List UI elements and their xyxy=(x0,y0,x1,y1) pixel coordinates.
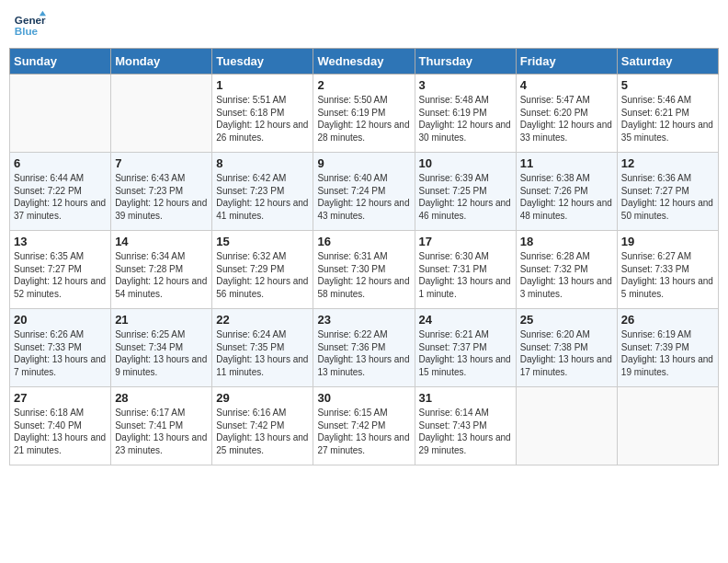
day-number: 22 xyxy=(216,313,309,327)
calendar-week-1: 1Sunrise: 5:51 AM Sunset: 6:18 PM Daylig… xyxy=(10,75,719,153)
calendar-cell: 13Sunrise: 6:35 AM Sunset: 7:27 PM Dayli… xyxy=(10,231,111,309)
cell-content: Sunrise: 6:36 AM Sunset: 7:27 PM Dayligh… xyxy=(621,172,714,222)
calendar-cell: 26Sunrise: 6:19 AM Sunset: 7:39 PM Dayli… xyxy=(617,309,718,387)
day-number: 20 xyxy=(14,313,107,327)
day-number: 11 xyxy=(520,156,613,170)
calendar-cell: 17Sunrise: 6:30 AM Sunset: 7:31 PM Dayli… xyxy=(415,231,516,309)
day-number: 2 xyxy=(317,78,410,92)
cell-content: Sunrise: 6:31 AM Sunset: 7:30 PM Dayligh… xyxy=(317,250,410,300)
cell-content: Sunrise: 6:28 AM Sunset: 7:32 PM Dayligh… xyxy=(520,250,613,300)
cell-content: Sunrise: 5:46 AM Sunset: 6:21 PM Dayligh… xyxy=(621,94,714,144)
cell-content: Sunrise: 5:51 AM Sunset: 6:18 PM Dayligh… xyxy=(216,94,309,144)
calendar-cell: 22Sunrise: 6:24 AM Sunset: 7:35 PM Dayli… xyxy=(212,309,313,387)
calendar-cell xyxy=(10,75,111,153)
calendar-cell: 7Sunrise: 6:43 AM Sunset: 7:23 PM Daylig… xyxy=(111,153,212,231)
day-number: 31 xyxy=(419,391,512,405)
cell-content: Sunrise: 6:25 AM Sunset: 7:34 PM Dayligh… xyxy=(115,328,208,378)
calendar-cell: 24Sunrise: 6:21 AM Sunset: 7:37 PM Dayli… xyxy=(415,309,516,387)
day-number: 8 xyxy=(216,156,309,170)
calendar-cell: 2Sunrise: 5:50 AM Sunset: 6:19 PM Daylig… xyxy=(313,75,415,153)
cell-content: Sunrise: 6:42 AM Sunset: 7:23 PM Dayligh… xyxy=(216,172,309,222)
calendar-cell: 12Sunrise: 6:36 AM Sunset: 7:27 PM Dayli… xyxy=(617,153,718,231)
day-number: 17 xyxy=(419,235,512,248)
calendar-cell: 31Sunrise: 6:14 AM Sunset: 7:43 PM Dayli… xyxy=(415,387,516,465)
day-number: 13 xyxy=(14,235,107,248)
calendar-cell: 9Sunrise: 6:40 AM Sunset: 7:24 PM Daylig… xyxy=(313,153,415,231)
calendar-cell: 10Sunrise: 6:39 AM Sunset: 7:25 PM Dayli… xyxy=(415,153,516,231)
day-number: 19 xyxy=(621,235,714,248)
calendar-cell: 19Sunrise: 6:27 AM Sunset: 7:33 PM Dayli… xyxy=(617,231,718,309)
weekday-header-monday: Monday xyxy=(111,49,212,75)
cell-content: Sunrise: 6:24 AM Sunset: 7:35 PM Dayligh… xyxy=(216,328,309,378)
cell-content: Sunrise: 6:30 AM Sunset: 7:31 PM Dayligh… xyxy=(419,250,512,300)
day-number: 26 xyxy=(621,313,714,327)
calendar-cell: 8Sunrise: 6:42 AM Sunset: 7:23 PM Daylig… xyxy=(212,153,313,231)
cell-content: Sunrise: 6:34 AM Sunset: 7:28 PM Dayligh… xyxy=(115,250,208,300)
calendar-cell: 1Sunrise: 5:51 AM Sunset: 6:18 PM Daylig… xyxy=(212,75,313,153)
weekday-header-tuesday: Tuesday xyxy=(212,49,313,75)
day-number: 27 xyxy=(14,391,107,405)
cell-content: Sunrise: 6:39 AM Sunset: 7:25 PM Dayligh… xyxy=(419,172,512,222)
cell-content: Sunrise: 6:43 AM Sunset: 7:23 PM Dayligh… xyxy=(115,172,208,222)
calendar-cell: 15Sunrise: 6:32 AM Sunset: 7:29 PM Dayli… xyxy=(212,231,313,309)
cell-content: Sunrise: 5:47 AM Sunset: 6:20 PM Dayligh… xyxy=(520,94,613,144)
day-number: 30 xyxy=(317,391,410,405)
day-number: 9 xyxy=(317,156,410,170)
calendar-cell: 4Sunrise: 5:47 AM Sunset: 6:20 PM Daylig… xyxy=(516,75,617,153)
calendar-cell: 20Sunrise: 6:26 AM Sunset: 7:33 PM Dayli… xyxy=(10,309,111,387)
calendar-week-4: 20Sunrise: 6:26 AM Sunset: 7:33 PM Dayli… xyxy=(10,309,719,387)
day-number: 4 xyxy=(520,78,613,92)
svg-text:Blue: Blue xyxy=(15,25,39,37)
cell-content: Sunrise: 6:19 AM Sunset: 7:39 PM Dayligh… xyxy=(621,328,714,378)
day-number: 21 xyxy=(115,313,208,327)
calendar-week-2: 6Sunrise: 6:44 AM Sunset: 7:22 PM Daylig… xyxy=(10,153,719,231)
day-number: 28 xyxy=(115,391,208,405)
calendar-cell: 27Sunrise: 6:18 AM Sunset: 7:40 PM Dayli… xyxy=(10,387,111,465)
calendar-cell: 30Sunrise: 6:15 AM Sunset: 7:42 PM Dayli… xyxy=(313,387,415,465)
day-number: 15 xyxy=(216,235,309,248)
calendar-cell: 14Sunrise: 6:34 AM Sunset: 7:28 PM Dayli… xyxy=(111,231,212,309)
cell-content: Sunrise: 6:22 AM Sunset: 7:36 PM Dayligh… xyxy=(317,328,410,378)
cell-content: Sunrise: 6:21 AM Sunset: 7:37 PM Dayligh… xyxy=(419,328,512,378)
cell-content: Sunrise: 6:35 AM Sunset: 7:27 PM Dayligh… xyxy=(14,250,107,300)
cell-content: Sunrise: 5:48 AM Sunset: 6:19 PM Dayligh… xyxy=(419,94,512,144)
weekday-header-saturday: Saturday xyxy=(617,49,718,75)
cell-content: Sunrise: 6:14 AM Sunset: 7:43 PM Dayligh… xyxy=(419,407,512,456)
calendar-cell xyxy=(516,387,617,465)
calendar-cell: 3Sunrise: 5:48 AM Sunset: 6:19 PM Daylig… xyxy=(415,75,516,153)
cell-content: Sunrise: 6:40 AM Sunset: 7:24 PM Dayligh… xyxy=(317,172,410,222)
calendar-cell: 5Sunrise: 5:46 AM Sunset: 6:21 PM Daylig… xyxy=(617,75,718,153)
calendar-header: SundayMondayTuesdayWednesdayThursdayFrid… xyxy=(10,49,719,75)
day-number: 24 xyxy=(419,313,512,327)
calendar-table: SundayMondayTuesdayWednesdayThursdayFrid… xyxy=(9,48,719,465)
day-number: 18 xyxy=(520,235,613,248)
day-number: 1 xyxy=(216,78,309,92)
weekday-header-wednesday: Wednesday xyxy=(313,49,415,75)
day-number: 23 xyxy=(317,313,410,327)
cell-content: Sunrise: 6:32 AM Sunset: 7:29 PM Dayligh… xyxy=(216,250,309,300)
day-number: 12 xyxy=(621,156,714,170)
day-number: 10 xyxy=(419,156,512,170)
calendar-cell: 6Sunrise: 6:44 AM Sunset: 7:22 PM Daylig… xyxy=(10,153,111,231)
calendar-cell: 18Sunrise: 6:28 AM Sunset: 7:32 PM Dayli… xyxy=(516,231,617,309)
weekday-header-friday: Friday xyxy=(516,49,617,75)
cell-content: Sunrise: 6:16 AM Sunset: 7:42 PM Dayligh… xyxy=(216,407,309,456)
cell-content: Sunrise: 6:26 AM Sunset: 7:33 PM Dayligh… xyxy=(14,328,107,378)
cell-content: Sunrise: 6:17 AM Sunset: 7:41 PM Dayligh… xyxy=(115,407,208,456)
calendar-cell: 23Sunrise: 6:22 AM Sunset: 7:36 PM Dayli… xyxy=(313,309,415,387)
day-number: 7 xyxy=(115,156,208,170)
cell-content: Sunrise: 6:38 AM Sunset: 7:26 PM Dayligh… xyxy=(520,172,613,222)
cell-content: Sunrise: 6:18 AM Sunset: 7:40 PM Dayligh… xyxy=(14,407,107,456)
calendar-cell: 11Sunrise: 6:38 AM Sunset: 7:26 PM Dayli… xyxy=(516,153,617,231)
calendar-cell: 28Sunrise: 6:17 AM Sunset: 7:41 PM Dayli… xyxy=(111,387,212,465)
day-number: 6 xyxy=(14,156,107,170)
day-number: 3 xyxy=(419,78,512,92)
calendar-cell: 25Sunrise: 6:20 AM Sunset: 7:38 PM Dayli… xyxy=(516,309,617,387)
day-number: 16 xyxy=(317,235,410,248)
cell-content: Sunrise: 6:44 AM Sunset: 7:22 PM Dayligh… xyxy=(14,172,107,222)
day-number: 14 xyxy=(115,235,208,248)
calendar-body: 1Sunrise: 5:51 AM Sunset: 6:18 PM Daylig… xyxy=(10,75,719,465)
header-row: SundayMondayTuesdayWednesdayThursdayFrid… xyxy=(10,49,719,75)
logo-icon: General Blue xyxy=(13,9,46,42)
calendar-cell: 21Sunrise: 6:25 AM Sunset: 7:34 PM Dayli… xyxy=(111,309,212,387)
